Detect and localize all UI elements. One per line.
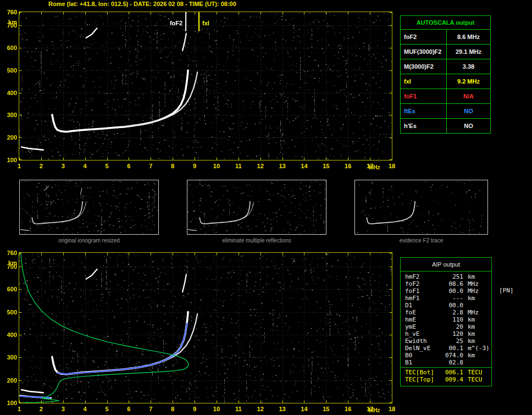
axis-tick-label: MHz bbox=[368, 407, 381, 414]
aip-row-unit: km bbox=[463, 316, 475, 323]
aip-output-table: AIP output hmF2251kmfoF208.6MHzfoF100.0M… bbox=[400, 257, 492, 386]
aip-row-name: DelN_vE bbox=[405, 345, 440, 352]
aip-row-name: hmF2 bbox=[405, 273, 440, 280]
axis-tick-label: 8 bbox=[167, 163, 178, 169]
axis-tick-label: 13 bbox=[277, 163, 288, 169]
axis-tick-label: 8 bbox=[167, 406, 178, 412]
axis-tick-label: km bbox=[0, 259, 17, 266]
aip-row-value: 110 bbox=[440, 316, 463, 323]
autoscala-row-label: h'Es bbox=[401, 119, 447, 133]
aip-row-value: --- bbox=[440, 295, 463, 302]
aip-row: foE2.8MHz bbox=[401, 309, 491, 316]
aip-row-unit bbox=[463, 302, 468, 309]
autoscala-row-value: 3.38 bbox=[447, 59, 490, 74]
thumbnail-caption-original: original ionogram resized bbox=[19, 237, 159, 244]
axis-tick-label: 1 bbox=[14, 406, 25, 412]
autoscala-row-label: MUF(3000)F2 bbox=[401, 45, 447, 59]
axis-tick-label: 9 bbox=[189, 406, 200, 412]
axis-tick-label: 500 bbox=[0, 67, 17, 74]
aip-row: foF100.0MHz bbox=[401, 287, 491, 295]
aip-row-name: foF1 bbox=[405, 287, 440, 295]
aip-row-name: B1 bbox=[405, 359, 440, 366]
axis-tick-label: 3 bbox=[58, 163, 69, 169]
axis-tick-label: 3 bbox=[58, 406, 69, 412]
thumbnail-eliminate-reflections bbox=[187, 180, 326, 235]
thumbnail-evidence-f2 bbox=[354, 180, 488, 235]
aip-row: TEC[Bot]006.1TECU bbox=[401, 369, 491, 376]
thumbnail-original-ionogram bbox=[19, 180, 159, 235]
axis-tick-label: 760 bbox=[0, 9, 17, 15]
autoscala-row-label: M(3000)F2 bbox=[401, 59, 447, 74]
autoscala-row-value: 29.1 MHz bbox=[447, 45, 490, 59]
aip-row-value: 120 bbox=[440, 330, 463, 337]
aip-row: h_vE120km bbox=[401, 330, 491, 337]
axis-tick-label: 16 bbox=[342, 163, 353, 169]
aip-row-unit: km bbox=[463, 352, 475, 359]
top-ionogram-plot bbox=[19, 12, 392, 161]
aip-row: Ewidth25km bbox=[401, 337, 491, 345]
axis-tick-label: 300 bbox=[0, 354, 17, 361]
axis-tick-label: 200 bbox=[0, 134, 17, 141]
axis-tick-label: 1 bbox=[14, 163, 25, 169]
autoscala-table-title: AUTOSCALA output bbox=[401, 16, 490, 30]
aip-row-unit: m^(-3) bbox=[463, 345, 490, 352]
thumbnail-caption-evidence: evidence F2 trace bbox=[354, 237, 488, 244]
axis-tick-label: 4 bbox=[80, 406, 91, 412]
aip-row: DelN_vE00.1m^(-3) bbox=[401, 345, 491, 352]
autoscala-row: MUF(3000)F229.1 MHz bbox=[401, 45, 490, 59]
thumbnail-evidence-canvas bbox=[355, 180, 487, 234]
aip-row: D100.0 bbox=[401, 302, 491, 309]
axis-tick-label: 14 bbox=[298, 406, 309, 412]
axis-tick-label: 200 bbox=[0, 377, 17, 384]
page-title: Rome (lat: +41.8, lon: 012.5) - DATE: 20… bbox=[48, 1, 236, 7]
axis-tick-label: 12 bbox=[255, 406, 266, 412]
aip-row-value: 08.6 bbox=[440, 280, 463, 287]
aip-row: hmF1---km bbox=[401, 295, 491, 302]
aip-row: B0074.0km bbox=[401, 352, 491, 359]
aip-row-value: 006.1 bbox=[440, 369, 463, 376]
axis-tick-label: 600 bbox=[0, 45, 17, 51]
axis-tick-label: 7 bbox=[145, 406, 156, 412]
aip-row-unit: km bbox=[463, 330, 475, 337]
autoscala-row: foF28.6 MHz bbox=[401, 30, 490, 45]
axis-tick-label: 10 bbox=[211, 163, 222, 169]
axis-tick-label: 6 bbox=[123, 163, 134, 169]
aip-row-unit: km bbox=[463, 337, 475, 345]
axis-tick-label: 18 bbox=[386, 406, 397, 412]
axis-tick-label: 400 bbox=[0, 331, 17, 338]
axis-tick-label: 2 bbox=[36, 406, 47, 412]
autoscala-row-label: fxI bbox=[401, 74, 447, 88]
thumbnail-original-canvas bbox=[20, 180, 158, 234]
axis-tick-label: 7 bbox=[145, 163, 156, 169]
aip-row-unit: TECU bbox=[463, 376, 483, 383]
autoscala-row: h'EsNO bbox=[401, 119, 490, 133]
autoscala-row-value: NO bbox=[447, 119, 490, 133]
axis-tick-label: km bbox=[0, 19, 17, 25]
axis-tick-label: 400 bbox=[0, 90, 17, 96]
aip-row: TEC[Top]009.4TECU bbox=[401, 376, 491, 383]
autoscala-output-table: AUTOSCALA output foF28.6 MHzMUF(3000)F22… bbox=[400, 15, 491, 134]
aip-row-name: Ewidth bbox=[405, 337, 440, 345]
top-ionogram-canvas bbox=[19, 12, 392, 160]
axis-tick-label: MHz bbox=[368, 164, 381, 171]
axis-tick-label: 300 bbox=[0, 112, 17, 118]
axis-tick-label: 500 bbox=[0, 309, 17, 316]
fof1-pn-flag: [PN] bbox=[499, 287, 514, 294]
aip-row-name: TEC[Bot] bbox=[405, 369, 440, 376]
aip-row-name: h_vE bbox=[405, 330, 440, 337]
aip-row-name: foE bbox=[405, 309, 440, 316]
bottom-ionogram-plot bbox=[19, 252, 392, 403]
aip-row-unit: km bbox=[463, 273, 475, 280]
autoscala-row-label: ftEs bbox=[401, 104, 447, 118]
aip-row-value: 00.0 bbox=[440, 287, 463, 295]
aip-row-name: B0 bbox=[405, 352, 440, 359]
axis-tick-label: 5 bbox=[102, 406, 113, 412]
autoscala-row: ftEsNO bbox=[401, 104, 490, 119]
bottom-ionogram-canvas bbox=[19, 253, 392, 403]
axis-tick-label: 4 bbox=[80, 163, 91, 169]
axis-tick-label: 760 bbox=[0, 250, 17, 256]
axis-tick-label: 5 bbox=[102, 163, 113, 169]
aip-row-value: 00.0 bbox=[440, 302, 463, 309]
aip-row-unit: MHz bbox=[463, 287, 479, 295]
aip-row-unit: MHz bbox=[463, 280, 479, 287]
